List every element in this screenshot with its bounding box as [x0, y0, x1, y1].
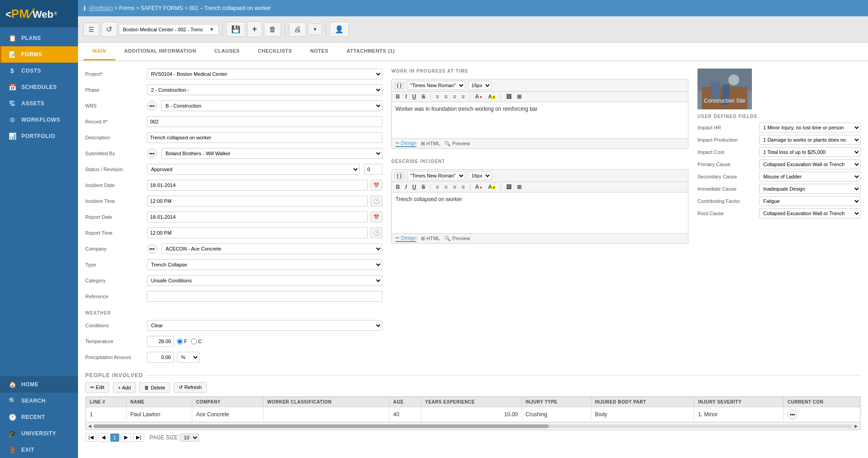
- precipitation-unit-select[interactable]: %: [177, 352, 200, 363]
- di-bold-button[interactable]: B: [395, 183, 401, 191]
- immediate-cause-select[interactable]: Inadequate Design: [759, 184, 861, 194]
- report-date-input[interactable]: [147, 212, 368, 222]
- wip-italic-button[interactable]: I: [404, 93, 408, 100]
- di-code-icon[interactable]: { }: [395, 172, 404, 179]
- wip-align-justify-button[interactable]: ≡: [460, 93, 466, 100]
- di-font-color-button[interactable]: A▼: [474, 183, 484, 191]
- wip-image-button[interactable]: 🖼: [505, 93, 513, 100]
- page-last-button[interactable]: ▶|: [133, 433, 144, 442]
- company-dots-button[interactable]: •••: [147, 244, 157, 254]
- company-select[interactable]: ACECON - Ace Concrete: [161, 243, 382, 254]
- menu-button[interactable]: ☰: [83, 23, 99, 36]
- info-icon[interactable]: ℹ: [83, 5, 86, 12]
- conditions-select[interactable]: Clear: [147, 320, 382, 331]
- add-person-button[interactable]: + Add: [113, 382, 136, 393]
- di-italic-button[interactable]: I: [404, 183, 408, 191]
- phase-select[interactable]: 2 - Construction -: [147, 84, 382, 95]
- wip-html-tab[interactable]: ⊞ HTML: [421, 140, 440, 147]
- wip-content[interactable]: Worker was in foundation trench working …: [392, 102, 688, 138]
- table-scroll-area[interactable]: LINE # NAME COMPANY WORKER CLASSIFICATIO…: [86, 397, 860, 422]
- wip-bg-color-button[interactable]: A▼: [487, 93, 497, 100]
- secondary-cause-select[interactable]: Misuse of Ladder: [759, 172, 861, 182]
- add-button[interactable]: +: [247, 21, 262, 37]
- incident-image[interactable]: Construction Site: [697, 69, 752, 109]
- tab-attachments[interactable]: ATTACHMENTS (1): [337, 43, 404, 60]
- wbs-select[interactable]: B - Construction: [161, 100, 382, 111]
- precipitation-input[interactable]: [147, 352, 174, 363]
- wip-align-right-button[interactable]: ≡: [452, 93, 458, 100]
- sidebar-item-home[interactable]: 🏠 HOME: [0, 376, 78, 393]
- revision-input[interactable]: [364, 164, 382, 175]
- di-content[interactable]: Trench collapsed on worker: [392, 192, 688, 233]
- wip-bold-button[interactable]: B: [395, 93, 401, 100]
- sidebar-item-plans[interactable]: 📋 PLANS: [0, 30, 78, 46]
- impact-production-select[interactable]: 1 Damage to works or plants does no: [759, 135, 861, 145]
- scroll-left-icon[interactable]: ◀: [88, 424, 92, 428]
- contributing-factor-select[interactable]: Fatigue: [759, 196, 861, 206]
- save-button[interactable]: 💾: [226, 22, 245, 37]
- sidebar-item-portfolio[interactable]: 📊 PORTFOLIO: [0, 128, 78, 144]
- print-button[interactable]: 🖨: [289, 22, 306, 37]
- reference-input[interactable]: [147, 291, 382, 302]
- undo-button[interactable]: ↺: [101, 22, 117, 37]
- di-font-size-select[interactable]: 16px: [468, 171, 492, 180]
- wip-align-center-button[interactable]: ≡: [443, 93, 449, 100]
- tab-notes[interactable]: NOTES: [301, 43, 337, 60]
- portfolio-link[interactable]: (Portfolio): [89, 5, 113, 11]
- wip-preview-tab[interactable]: 🔍 Preview: [444, 140, 470, 147]
- wip-align-left-button[interactable]: ≡: [434, 93, 440, 100]
- report-date-calendar-icon[interactable]: 📅: [371, 212, 382, 222]
- di-align-right-button[interactable]: ≡: [452, 183, 458, 191]
- delete-person-button[interactable]: 🗑 Delete: [139, 382, 170, 393]
- table-scrollbar[interactable]: ◀ ▶: [86, 422, 860, 430]
- wip-underline-button[interactable]: U: [411, 93, 418, 100]
- print-dropdown-button[interactable]: ▼: [308, 24, 322, 35]
- wip-font-size-select[interactable]: 16px: [468, 81, 492, 90]
- wip-font-color-button[interactable]: A▼: [474, 93, 484, 100]
- page-first-button[interactable]: |◀: [85, 433, 97, 442]
- di-align-center-button[interactable]: ≡: [443, 183, 449, 191]
- page-1-button[interactable]: 1: [110, 433, 119, 442]
- temperature-input[interactable]: [147, 336, 174, 347]
- description-input[interactable]: [147, 132, 382, 143]
- wip-strikethrough-button[interactable]: S: [420, 93, 427, 100]
- sidebar-item-forms[interactable]: 📝 FORMS: [0, 46, 78, 63]
- di-table-button[interactable]: ⊞: [516, 183, 523, 191]
- impact-hr-select[interactable]: 1 Minor Injury, no lost time or person: [759, 123, 861, 133]
- temp-f-radio[interactable]: [177, 339, 183, 345]
- delete-button[interactable]: 🗑: [264, 22, 281, 37]
- report-time-clock-icon[interactable]: 🕐: [371, 227, 382, 238]
- root-cause-select[interactable]: Collapsed Excavation Wall or Trench: [759, 208, 861, 218]
- user-button[interactable]: 👤: [330, 22, 349, 37]
- page-size-select[interactable]: 10: [180, 433, 199, 442]
- project-select[interactable]: RVS0104 - Boston Medical Center: [147, 69, 382, 79]
- temp-f-label[interactable]: F: [177, 339, 187, 345]
- tab-checklists[interactable]: CHECKLISTS: [249, 43, 301, 60]
- di-align-justify-button[interactable]: ≡: [460, 183, 466, 191]
- sidebar-item-recent[interactable]: 🕐 RECENT: [0, 409, 78, 425]
- sidebar-item-exit[interactable]: 🚪 EXIT: [0, 442, 78, 458]
- di-design-tab[interactable]: ✏ Design: [395, 235, 416, 242]
- di-align-left-button[interactable]: ≡: [434, 183, 440, 191]
- row-more-button[interactable]: •••: [787, 409, 797, 419]
- incident-time-input[interactable]: [147, 196, 368, 207]
- wip-design-tab[interactable]: ✏ Design: [395, 140, 416, 147]
- tab-main[interactable]: MAIN: [83, 43, 115, 60]
- di-preview-tab[interactable]: 🔍 Preview: [444, 235, 470, 242]
- scroll-right-icon[interactable]: ▶: [854, 424, 858, 428]
- page-prev-button[interactable]: ◀: [98, 433, 108, 442]
- refresh-button[interactable]: ↺ Refresh: [174, 382, 207, 393]
- wip-font-family-select[interactable]: "Times New Roman": [407, 81, 465, 90]
- category-select[interactable]: Unsafe Conditions: [147, 275, 382, 286]
- wip-code-icon[interactable]: { }: [395, 82, 404, 89]
- incident-date-input[interactable]: [147, 180, 368, 191]
- report-time-input[interactable]: [147, 227, 368, 238]
- di-underline-button[interactable]: U: [411, 183, 418, 191]
- temp-c-radio[interactable]: [191, 339, 197, 345]
- table-row[interactable]: 1 Paul Lawton Ace Concrete 40 10.00 Crus…: [86, 407, 860, 422]
- record-input[interactable]: [147, 116, 382, 127]
- di-strikethrough-button[interactable]: S: [420, 183, 427, 191]
- wip-table-button[interactable]: ⊞: [516, 93, 523, 100]
- di-html-tab[interactable]: ⊞ HTML: [421, 235, 440, 242]
- incident-time-clock-icon[interactable]: 🕐: [371, 196, 382, 207]
